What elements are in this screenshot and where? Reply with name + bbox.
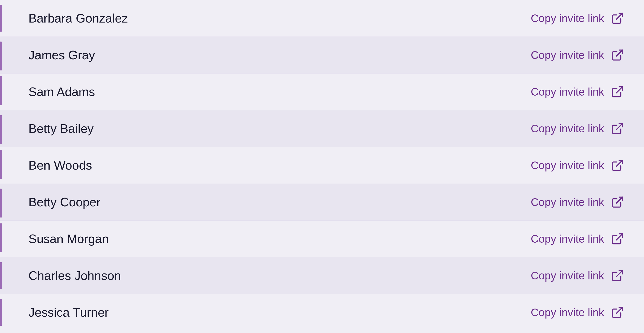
copy-link-icon <box>610 305 625 320</box>
copy-invite-button[interactable]: Copy invite link <box>531 158 625 173</box>
copy-link-icon <box>610 84 625 99</box>
list-item: Barbara GonzalezCopy invite link <box>0 0 644 37</box>
person-name: Ben Woods <box>19 158 531 172</box>
copy-invite-button[interactable]: Copy invite link <box>531 11 625 26</box>
list-item: Betty BaileyCopy invite link <box>0 110 644 147</box>
invite-list: Barbara GonzalezCopy invite link James G… <box>0 0 644 331</box>
copy-invite-label: Copy invite link <box>531 269 604 282</box>
person-name: Sam Adams <box>19 85 531 99</box>
group-indicator <box>0 76 2 105</box>
list-item: Susan MorganCopy invite link <box>0 221 644 257</box>
svg-line-4 <box>616 160 622 166</box>
list-item: Ben WoodsCopy invite link <box>0 147 644 184</box>
person-name: Jessica Turner <box>19 305 531 320</box>
person-name: Betty Cooper <box>19 195 531 209</box>
svg-line-1 <box>616 50 622 56</box>
copy-link-icon <box>610 121 625 136</box>
svg-line-8 <box>616 307 622 314</box>
group-indicator <box>0 41 2 70</box>
copy-invite-label: Copy invite link <box>531 196 604 209</box>
copy-link-icon <box>610 268 625 283</box>
copy-link-icon <box>610 11 625 26</box>
svg-line-6 <box>616 234 622 240</box>
svg-line-7 <box>616 271 622 277</box>
copy-invite-button[interactable]: Copy invite link <box>531 305 625 320</box>
copy-invite-button[interactable]: Copy invite link <box>531 84 625 99</box>
svg-line-5 <box>616 197 622 203</box>
list-item: Betty CooperCopy invite link <box>0 184 644 221</box>
copy-link-icon <box>610 47 625 63</box>
svg-line-2 <box>616 87 622 93</box>
copy-invite-label: Copy invite link <box>531 306 604 319</box>
group-indicator <box>0 262 2 289</box>
group-indicator <box>0 189 2 218</box>
list-item: Charles JohnsonCopy invite link <box>0 257 644 294</box>
copy-invite-label: Copy invite link <box>531 49 604 61</box>
copy-invite-button[interactable]: Copy invite link <box>531 231 625 246</box>
person-name: Barbara Gonzalez <box>19 11 531 25</box>
list-item: Jessica TurnerCopy invite link <box>0 294 644 331</box>
group-indicator <box>0 150 2 179</box>
group-indicator <box>0 299 2 326</box>
group-indicator <box>0 115 2 144</box>
copy-invite-button[interactable]: Copy invite link <box>531 121 625 136</box>
svg-line-0 <box>616 13 622 19</box>
copy-invite-label: Copy invite link <box>531 85 604 98</box>
copy-invite-label: Copy invite link <box>531 159 604 172</box>
list-item: James GrayCopy invite link <box>0 37 644 73</box>
copy-invite-button[interactable]: Copy invite link <box>531 268 625 283</box>
person-name: Susan Morgan <box>19 232 531 246</box>
copy-invite-label: Copy invite link <box>531 12 604 25</box>
copy-invite-button[interactable]: Copy invite link <box>531 47 625 63</box>
group-indicator <box>0 5 2 32</box>
person-name: Betty Bailey <box>19 121 531 136</box>
svg-line-3 <box>616 124 622 130</box>
person-name: James Gray <box>19 48 531 62</box>
copy-invite-label: Copy invite link <box>531 232 604 245</box>
list-item: Sam AdamsCopy invite link <box>0 73 644 110</box>
copy-invite-button[interactable]: Copy invite link <box>531 195 625 210</box>
copy-link-icon <box>610 158 625 173</box>
copy-link-icon <box>610 231 625 246</box>
group-indicator <box>0 223 2 252</box>
person-name: Charles Johnson <box>19 269 531 283</box>
copy-link-icon <box>610 195 625 210</box>
copy-invite-label: Copy invite link <box>531 122 604 135</box>
